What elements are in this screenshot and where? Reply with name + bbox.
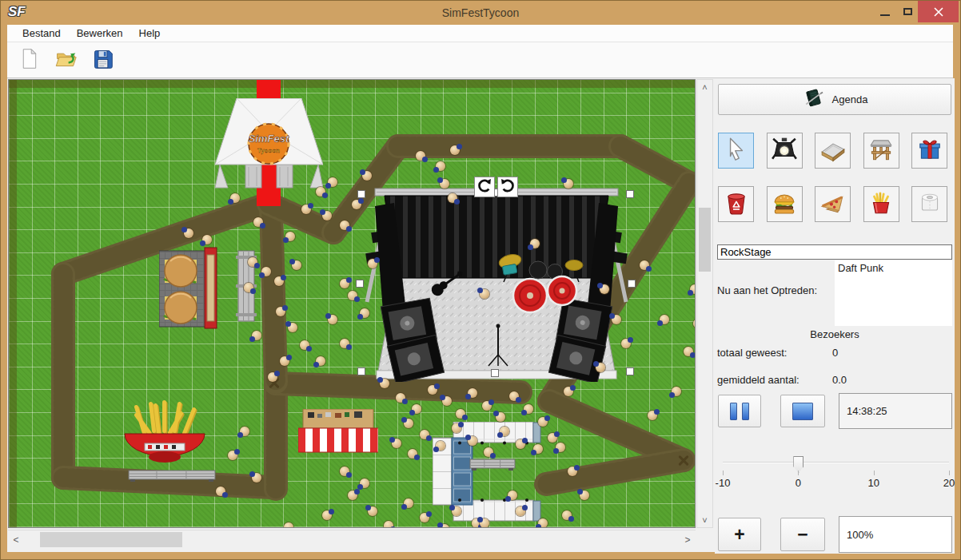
close-button[interactable] (918, 1, 959, 22)
slider-tick-label: -10 (716, 477, 731, 489)
park-object-bench-h[interactable] (469, 457, 516, 471)
open-folder-icon (54, 47, 78, 73)
agenda-button[interactable]: Agenda (718, 84, 951, 115)
visitor-sprite (538, 518, 548, 528)
visitor-sprite (480, 518, 489, 528)
vertical-scroll-thumb[interactable] (699, 208, 711, 272)
visitor-sprite (396, 393, 405, 403)
speed-slider[interactable]: -1001020 (723, 442, 949, 490)
visitor-sprite (533, 444, 543, 454)
vertical-scrollbar[interactable]: ˄ ˅ (696, 79, 713, 528)
selection-handle[interactable] (626, 367, 634, 375)
pizza-icon (819, 189, 847, 219)
selection-handle[interactable] (356, 280, 364, 288)
performing-list-item[interactable]: Daft Punk (835, 260, 952, 276)
visitor-sprite (384, 521, 393, 528)
zoom-out-button[interactable]: − (780, 518, 825, 551)
stage-name-input[interactable] (717, 244, 952, 260)
visitor-sprite (640, 260, 649, 270)
scroll-up-arrow[interactable]: ˄ (697, 80, 712, 94)
menu-item-bestand[interactable]: Bestand (15, 26, 68, 41)
visitor-sprite (596, 363, 605, 372)
rotate-left-button[interactable] (474, 177, 495, 197)
slider-tick (723, 471, 724, 475)
park-canvas[interactable]: SimFestTycoon (8, 79, 696, 528)
visitor-sprite (340, 467, 349, 476)
svg-text:Tycoon: Tycoon (257, 147, 280, 154)
maximize-button[interactable] (897, 1, 918, 22)
new-file-button[interactable] (15, 46, 42, 73)
tool-button-stage-structure[interactable] (863, 133, 899, 169)
scroll-right-arrow[interactable]: ˃ (680, 530, 696, 550)
stat-value: 0 (832, 347, 838, 359)
park-object-tent[interactable]: SimFestTycoon (215, 98, 323, 190)
slider-track[interactable] (723, 462, 949, 463)
tool-button-cursor[interactable] (718, 133, 754, 169)
now-performing-list[interactable]: Daft Punk (835, 260, 952, 326)
title-bar[interactable]: SF SimFestTycoon (1, 1, 960, 25)
close-icon (934, 7, 943, 17)
visitor-sprite (448, 193, 457, 203)
rotate-right-button[interactable] (497, 177, 518, 197)
visitor-sprite (509, 391, 519, 401)
spotlight-icon (771, 136, 798, 165)
app-window: SF SimFestTycoon BestandBewerkenHelp Sim… (0, 0, 961, 560)
save-button[interactable] (89, 46, 116, 73)
path-marker-peg (676, 453, 691, 467)
tool-button-path-tile[interactable] (815, 133, 851, 169)
window-title: SimFestTycoon (1, 6, 960, 19)
scroll-down-arrow[interactable]: ˅ (697, 513, 712, 527)
visitor-sprite (352, 200, 361, 209)
stat-value: 0.0 (832, 374, 847, 386)
visitor-sprite (276, 307, 285, 316)
agenda-button-label: Agenda (832, 93, 868, 105)
tool-button-toilet-paper[interactable] (911, 186, 947, 222)
visitor-sprite (440, 179, 449, 189)
selection-handle[interactable] (626, 190, 634, 198)
park-object-market-stall[interactable] (298, 409, 378, 455)
visitor-sprite (452, 423, 461, 433)
now-performing-label: Nu aan het Optreden: (717, 284, 817, 296)
menu-item-help[interactable]: Help (132, 26, 168, 41)
visitor-sprite (340, 220, 349, 230)
stage-structure-icon (867, 136, 895, 165)
tool-button-gift[interactable] (911, 133, 947, 169)
visitor-sprite (548, 433, 557, 443)
tool-button-burger[interactable] (767, 186, 803, 222)
zoom-in-button[interactable]: + (718, 518, 761, 551)
visitor-sprite (468, 388, 477, 398)
visitor-sprite (322, 211, 332, 220)
visitor-sprite (404, 498, 413, 508)
horizontal-scroll-thumb[interactable] (40, 532, 182, 547)
visitor-sprite (240, 427, 249, 436)
visitor-sprite (292, 260, 301, 270)
visitor-sprite (412, 404, 421, 414)
visitor-sprite (484, 447, 493, 457)
tool-button-pizza[interactable] (815, 186, 851, 222)
pause-button[interactable] (718, 395, 761, 427)
scroll-left-arrow[interactable]: ˂ (8, 530, 24, 550)
selection-handle[interactable] (491, 369, 499, 377)
visitor-sprite (452, 506, 461, 516)
visitor-sprite (420, 513, 429, 522)
tool-button-spotlight[interactable] (767, 133, 803, 169)
park-object-burger-stand[interactable] (159, 246, 227, 330)
park-object-bench-h[interactable] (127, 468, 217, 483)
tool-button-fries[interactable] (863, 186, 899, 222)
horizontal-scrollbar[interactable]: ˂ ˃ (8, 530, 696, 549)
visitor-sprite (660, 315, 669, 324)
selection-handle[interactable] (628, 280, 636, 288)
minimize-button[interactable] (875, 1, 895, 22)
tool-button-trash-bin[interactable] (718, 186, 754, 222)
visitor-sprite (612, 315, 621, 324)
menu-item-bewerken[interactable]: Bewerken (70, 26, 130, 41)
stop-button[interactable] (780, 395, 825, 427)
park-object-stage[interactable] (361, 182, 632, 382)
visitor-sprite (428, 385, 437, 395)
open-folder-button[interactable] (52, 46, 79, 73)
park-object-fries-stand[interactable] (121, 398, 209, 474)
selection-handle[interactable] (357, 190, 365, 198)
visitor-sprite (301, 205, 311, 214)
visitor-sprite (564, 179, 573, 189)
selection-handle[interactable] (357, 367, 365, 375)
